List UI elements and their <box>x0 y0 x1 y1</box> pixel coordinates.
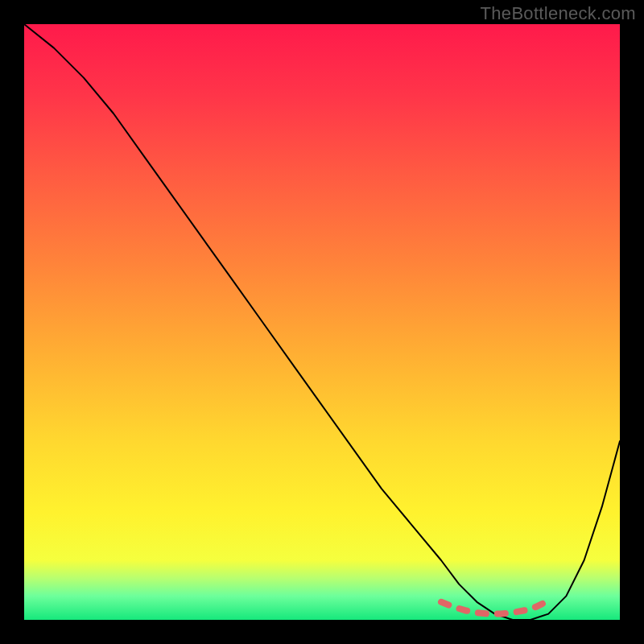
chart-frame: TheBottleneck.com <box>0 0 644 644</box>
bottleneck-chart <box>0 0 644 644</box>
watermark-text: TheBottleneck.com <box>481 3 636 24</box>
